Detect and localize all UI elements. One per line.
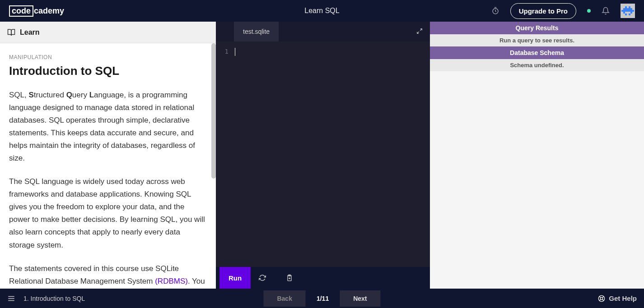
book-icon	[7, 28, 15, 37]
svg-rect-8	[630, 8, 632, 10]
bell-icon[interactable]	[602, 7, 610, 15]
svg-rect-16	[623, 12, 625, 14]
schema-hint: Schema undefined.	[430, 59, 644, 71]
editor-footer: Run	[216, 267, 430, 289]
header-right: Upgrade to Pro	[491, 3, 635, 19]
course-title: Learn SQL	[304, 7, 339, 15]
editor-panel: test.sqlite 1 Run	[216, 22, 430, 289]
svg-rect-17	[630, 12, 632, 14]
results-panel: Query Results Run a query to see results…	[430, 22, 644, 289]
query-results-hint: Run a query to see results.	[430, 34, 644, 46]
lesson-number-label: 1. Introduction to SQL	[23, 295, 85, 302]
lesson-title: Introduction to SQL	[9, 64, 207, 78]
clipboard-icon[interactable]	[283, 271, 296, 284]
svg-rect-10	[623, 10, 625, 12]
svg-point-25	[601, 297, 603, 299]
query-results-header: Query Results	[430, 22, 644, 34]
editor-tab[interactable]: test.sqlite	[234, 22, 279, 41]
run-button[interactable]: Run	[219, 267, 251, 289]
help-label: Get Help	[609, 294, 637, 302]
category-label: MANIPULATION	[9, 54, 207, 60]
lesson-paragraph-1: SQL, Structured Query Language, is a pro…	[9, 89, 207, 165]
svg-rect-11	[625, 10, 627, 12]
svg-rect-18	[625, 14, 627, 15]
refresh-icon[interactable]	[256, 271, 269, 284]
code-area[interactable]: 1	[216, 41, 430, 267]
svg-rect-14	[630, 10, 632, 12]
svg-rect-13	[629, 10, 630, 12]
code-text[interactable]	[234, 45, 430, 267]
svg-rect-4	[623, 8, 625, 10]
menu-icon[interactable]	[7, 294, 15, 303]
footer-left: 1. Introduction to SQL	[7, 294, 85, 303]
svg-line-28	[602, 296, 604, 298]
help-icon	[598, 295, 605, 302]
rdbms-link[interactable]: (RDBMS)	[155, 277, 188, 285]
schema-header: Database Schema	[430, 46, 644, 59]
logo-box: code	[9, 5, 33, 17]
svg-rect-9	[621, 10, 623, 12]
code-cursor	[235, 48, 235, 56]
line-number: 1	[216, 45, 234, 267]
upgrade-button[interactable]: Upgrade to Pro	[510, 3, 576, 19]
svg-rect-7	[629, 8, 630, 10]
svg-rect-2	[625, 6, 627, 8]
footer-nav: Back 1/11 Next	[263, 290, 380, 307]
svg-rect-12	[627, 10, 629, 12]
back-button[interactable]: Back	[263, 290, 305, 307]
lesson-content: MANIPULATION Introduction to SQL SQL, St…	[0, 43, 216, 289]
next-button[interactable]: Next	[340, 290, 380, 307]
svg-line-29	[600, 299, 601, 300]
svg-rect-15	[632, 10, 634, 12]
avatar[interactable]	[621, 4, 635, 18]
learn-label: Learn	[20, 28, 40, 37]
timer-icon[interactable]	[491, 7, 499, 15]
svg-rect-6	[627, 8, 629, 10]
main-area: Learn MANIPULATION Introduction to SQL S…	[0, 22, 644, 289]
svg-line-26	[600, 296, 601, 298]
editor-tabs: test.sqlite	[216, 22, 430, 41]
status-dot[interactable]	[587, 9, 591, 13]
page-indicator: 1/11	[317, 295, 329, 302]
svg-rect-5	[625, 8, 627, 10]
expand-icon[interactable]	[416, 28, 423, 34]
app-footer: 1. Introduction to SQL Back 1/11 Next Ge…	[0, 289, 644, 308]
lesson-paragraph-3: The statements covered in this course us…	[9, 262, 207, 289]
scrollbar[interactable]	[211, 43, 216, 179]
svg-rect-19	[629, 14, 630, 15]
svg-rect-3	[629, 6, 630, 8]
logo[interactable]: codecademy	[9, 5, 64, 17]
learn-header[interactable]: Learn	[0, 22, 216, 43]
app-header: codecademy Learn SQL Upgrade to Pro	[0, 0, 644, 22]
lesson-panel: Learn MANIPULATION Introduction to SQL S…	[0, 22, 216, 289]
logo-text: cademy	[34, 6, 64, 16]
get-help-button[interactable]: Get Help	[598, 294, 637, 302]
svg-line-27	[602, 299, 604, 300]
lesson-paragraph-2: The SQL language is widely used today ac…	[9, 175, 207, 251]
